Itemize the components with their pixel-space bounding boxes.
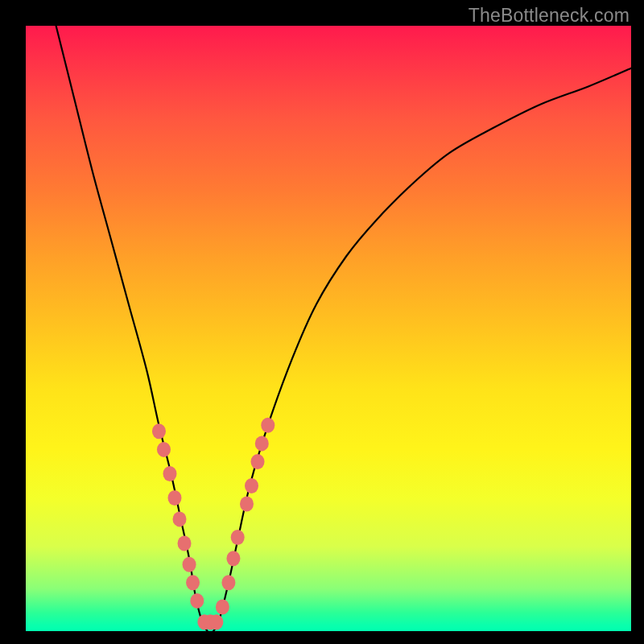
plot-area xyxy=(26,26,631,631)
curve-group xyxy=(56,26,631,633)
watermark-text: TheBottleneck.com xyxy=(469,5,630,27)
marker-dot xyxy=(255,436,269,451)
marker-dot xyxy=(209,614,223,630)
marker-dot xyxy=(157,442,171,457)
marker-dot xyxy=(231,530,245,545)
marker-dot xyxy=(251,454,265,469)
marker-dot xyxy=(240,497,254,512)
marker-group xyxy=(152,418,275,630)
marker-dot xyxy=(245,478,258,493)
marker-dot xyxy=(221,575,235,590)
chart-container: TheBottleneck.com xyxy=(0,0,644,644)
marker-dot xyxy=(178,535,192,551)
marker-dot xyxy=(167,490,181,506)
marker-dot xyxy=(190,593,204,609)
marker-dot xyxy=(173,511,187,526)
chart-svg xyxy=(26,26,631,631)
bottleneck-curve xyxy=(56,26,631,633)
marker-dot xyxy=(261,418,275,433)
marker-dot xyxy=(183,557,196,572)
marker-dot xyxy=(163,466,176,481)
marker-dot xyxy=(186,575,200,590)
marker-dot xyxy=(226,551,240,566)
marker-dot xyxy=(216,599,229,614)
marker-dot xyxy=(152,423,166,439)
